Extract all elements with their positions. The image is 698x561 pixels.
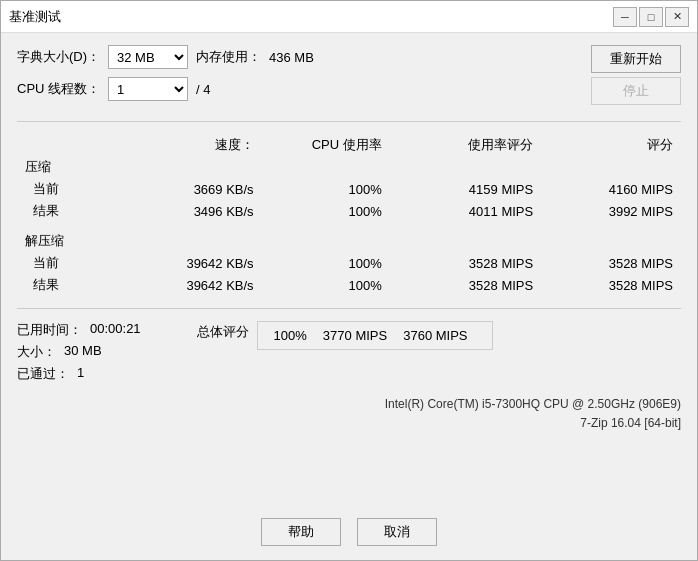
compress-current-row: 当前 3669 KB/s 100% 4159 MIPS 4160 MIPS xyxy=(17,178,681,200)
memory-value: 436 MB xyxy=(269,50,314,65)
decompress-result-row: 结果 39642 KB/s 100% 3528 MIPS 3528 MIPS xyxy=(17,274,681,296)
bottom-section: 已用时间： 00:00:21 大小： 30 MB 已通过： 1 总体评分 xyxy=(17,321,681,383)
overall-box: 100% 3770 MIPS 3760 MIPS xyxy=(257,321,493,350)
decompress-current-score: 3528 MIPS xyxy=(541,252,681,274)
cpu-threads-row: CPU 线程数： 1 / 4 xyxy=(17,77,314,101)
compress-result-label: 结果 xyxy=(17,200,110,222)
size-label: 大小： xyxy=(17,343,56,361)
maximize-button[interactable]: □ xyxy=(639,7,663,27)
dict-size-row: 字典大小(D)： 32 MB 内存使用： 436 MB xyxy=(17,45,314,69)
compress-result-score: 3992 MIPS xyxy=(541,200,681,222)
size-line: 大小： 30 MB xyxy=(17,343,141,361)
decompress-current-label: 当前 xyxy=(17,252,110,274)
col-header-speed: 速度： xyxy=(110,134,261,156)
app-info-line: 7-Zip 16.04 [64-bit] xyxy=(17,414,681,433)
cancel-button[interactable]: 取消 xyxy=(357,518,437,546)
decompress-result-speed: 39642 KB/s xyxy=(110,274,261,296)
elapsed-line: 已用时间： 00:00:21 xyxy=(17,321,141,339)
top-controls: 字典大小(D)： 32 MB 内存使用： 436 MB CPU 线程数： 1 /… xyxy=(17,45,681,105)
window-controls: ─ □ ✕ xyxy=(613,7,689,27)
col-header-rating: 使用率评分 xyxy=(390,134,541,156)
dict-size-select[interactable]: 32 MB xyxy=(108,45,188,69)
elapsed-label: 已用时间： xyxy=(17,321,82,339)
compress-current-rating: 4159 MIPS xyxy=(390,178,541,200)
minimize-button[interactable]: ─ xyxy=(613,7,637,27)
footer-info: Intel(R) Core(TM) i5-7300HQ CPU @ 2.50GH… xyxy=(17,395,681,433)
window-title: 基准测试 xyxy=(9,8,61,26)
compress-section-label: 压缩 xyxy=(17,156,681,178)
overall-wrapper: 总体评分 100% 3770 MIPS 3760 MIPS xyxy=(197,321,681,350)
cpu-threads-label: CPU 线程数： xyxy=(17,80,100,98)
decompress-section-label: 解压缩 xyxy=(17,230,681,252)
memory-label: 内存使用： xyxy=(196,48,261,66)
cpu-threads-select[interactable]: 1 xyxy=(108,77,188,101)
compress-current-speed: 3669 KB/s xyxy=(110,178,261,200)
decompress-result-rating: 3528 MIPS xyxy=(390,274,541,296)
passed-value: 1 xyxy=(77,365,84,383)
compress-current-label: 当前 xyxy=(17,178,110,200)
overall-data-row: 100% 3770 MIPS 3760 MIPS xyxy=(266,326,476,345)
dialog-footer: 帮助 取消 xyxy=(1,508,697,560)
action-buttons: 重新开始 停止 xyxy=(591,45,681,105)
decompress-current-cpu: 100% xyxy=(262,252,390,274)
compress-result-rating: 4011 MIPS xyxy=(390,200,541,222)
close-button[interactable]: ✕ xyxy=(665,7,689,27)
decompress-current-rating: 3528 MIPS xyxy=(390,252,541,274)
overall-data-table: 100% 3770 MIPS 3760 MIPS xyxy=(266,326,476,345)
benchmark-window: 基准测试 ─ □ ✕ 字典大小(D)： 32 MB 内存使用： 436 MB C… xyxy=(0,0,698,561)
help-button[interactable]: 帮助 xyxy=(261,518,341,546)
restart-button[interactable]: 重新开始 xyxy=(591,45,681,73)
overall-score: 3760 MIPS xyxy=(395,326,475,345)
compress-header-row: 压缩 xyxy=(17,156,681,178)
compress-result-row: 结果 3496 KB/s 100% 4011 MIPS 3992 MIPS xyxy=(17,200,681,222)
passed-line: 已通过： 1 xyxy=(17,365,141,383)
overall-cpu: 100% xyxy=(266,326,315,345)
spacer-row-1 xyxy=(17,222,681,230)
elapsed-value: 00:00:21 xyxy=(90,321,141,339)
divider-2 xyxy=(17,308,681,309)
info-lines: 已用时间： 00:00:21 大小： 30 MB 已通过： 1 xyxy=(17,321,141,383)
decompress-result-score: 3528 MIPS xyxy=(541,274,681,296)
divider-1 xyxy=(17,121,681,122)
compress-current-score: 4160 MIPS xyxy=(541,178,681,200)
decompress-result-label: 结果 xyxy=(17,274,110,296)
compress-current-cpu: 100% xyxy=(262,178,390,200)
benchmark-table: 速度： CPU 使用率 使用率评分 评分 压缩 当前 3669 KB/s 100… xyxy=(17,134,681,296)
size-value: 30 MB xyxy=(64,343,102,361)
col-header-name xyxy=(17,134,110,156)
settings-left: 字典大小(D)： 32 MB 内存使用： 436 MB CPU 线程数： 1 /… xyxy=(17,45,314,101)
cpu-info-line: Intel(R) Core(TM) i5-7300HQ CPU @ 2.50GH… xyxy=(17,395,681,414)
decompress-header-row: 解压缩 xyxy=(17,230,681,252)
decompress-current-speed: 39642 KB/s xyxy=(110,252,261,274)
main-content: 字典大小(D)： 32 MB 内存使用： 436 MB CPU 线程数： 1 /… xyxy=(1,33,697,508)
compress-result-cpu: 100% xyxy=(262,200,390,222)
overall-title: 总体评分 xyxy=(197,321,249,341)
cpu-threads-max: / 4 xyxy=(196,82,210,97)
compress-result-speed: 3496 KB/s xyxy=(110,200,261,222)
decompress-result-cpu: 100% xyxy=(262,274,390,296)
stop-button: 停止 xyxy=(591,77,681,105)
title-bar: 基准测试 ─ □ ✕ xyxy=(1,1,697,33)
col-header-score: 评分 xyxy=(541,134,681,156)
overall-rating: 3770 MIPS xyxy=(315,326,395,345)
passed-label: 已通过： xyxy=(17,365,69,383)
decompress-current-row: 当前 39642 KB/s 100% 3528 MIPS 3528 MIPS xyxy=(17,252,681,274)
col-header-cpu: CPU 使用率 xyxy=(262,134,390,156)
dict-size-label: 字典大小(D)： xyxy=(17,48,100,66)
